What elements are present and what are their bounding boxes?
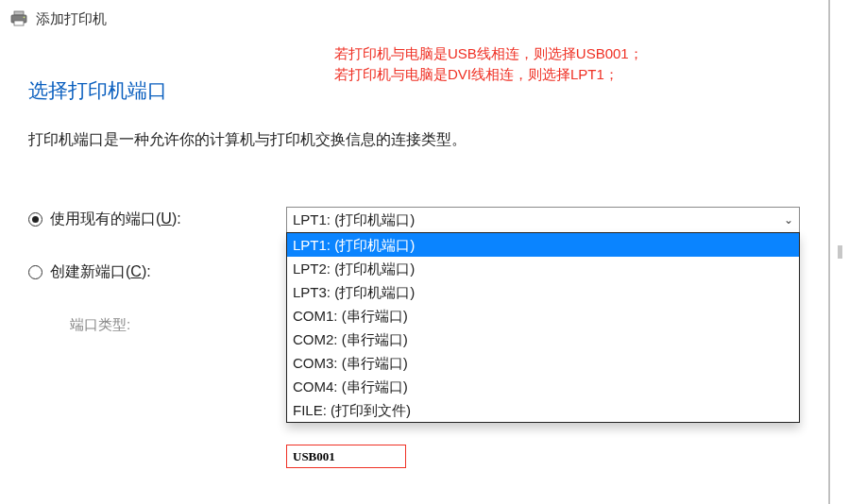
annotation-callout: 若打印机与电脑是USB线相连，则选择USB001； 若打印机与电脑是DVI线相连…: [334, 43, 643, 85]
titlebar: 添加打印机: [0, 0, 828, 30]
port-select-value: LPT1: (打印机端口): [293, 211, 415, 229]
radio-label-create-new: 创建新端口(C):: [50, 262, 151, 282]
port-option[interactable]: LPT2: (打印机端口): [287, 257, 799, 280]
port-option[interactable]: COM2: (串行端口): [287, 328, 799, 351]
port-select[interactable]: LPT1: (打印机端口) ⌄: [286, 207, 800, 233]
svg-point-2: [24, 16, 25, 18]
port-type-label: 端口类型:: [70, 312, 286, 337]
radio-label-use-existing: 使用现有的端口(U):: [50, 210, 181, 229]
printer-icon: [9, 10, 28, 27]
port-option[interactable]: LPT1: (打印机端口): [287, 233, 799, 257]
radio-column: 使用现有的端口(U): 创建新端口(C): 端口类型:: [28, 207, 286, 365]
port-option[interactable]: LPT3: (打印机端口): [287, 280, 799, 304]
annotation-line-2: 若打印机与电脑是DVI线相连，则选择LPT1；: [334, 64, 643, 85]
svg-rect-0: [14, 11, 24, 15]
port-option[interactable]: COM3: (串行端口): [287, 351, 799, 375]
right-edge: [829, 0, 830, 504]
svg-rect-3: [14, 21, 24, 25]
radio-indicator-checked: [28, 212, 42, 227]
usb001-callout: USB001: [286, 445, 406, 468]
chevron-down-icon: ⌄: [784, 213, 793, 227]
radio-use-existing-port[interactable]: 使用现有的端口(U):: [28, 207, 286, 231]
select-column: LPT1: (打印机端口) ⌄ LPT1: (打印机端口) LPT2: (打印机…: [286, 207, 800, 233]
port-option[interactable]: COM1: (串行端口): [287, 304, 799, 328]
window-title: 添加打印机: [36, 10, 107, 28]
port-option[interactable]: COM4: (串行端口): [287, 375, 799, 398]
port-option[interactable]: FILE: (打印到文件): [287, 398, 799, 422]
page-description: 打印机端口是一种允许你的计算机与打印机交换信息的连接类型。: [28, 130, 800, 150]
annotation-line-1: 若打印机与电脑是USB线相连，则选择USB001；: [334, 43, 643, 64]
options-row: 使用现有的端口(U): 创建新端口(C): 端口类型: LPT1: (打印机端口…: [28, 207, 800, 365]
port-select-dropdown: LPT1: (打印机端口) LPT2: (打印机端口) LPT3: (打印机端口…: [286, 232, 800, 423]
radio-indicator-unchecked: [28, 265, 42, 279]
add-printer-wizard-window: 添加打印机 若打印机与电脑是USB线相连，则选择USB001； 若打印机与电脑是…: [0, 0, 829, 504]
radio-create-new-port[interactable]: 创建新端口(C):: [28, 260, 286, 284]
scroll-artifact-icon: [838, 245, 842, 259]
